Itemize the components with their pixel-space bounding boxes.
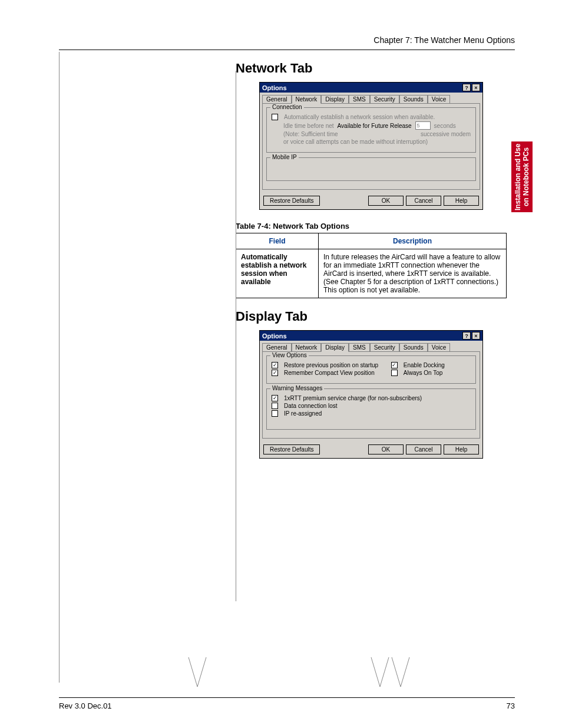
checkbox-restore-position[interactable]: ✓ <box>272 362 278 368</box>
tab-sms[interactable]: SMS <box>349 343 370 351</box>
header-rule <box>59 50 515 50</box>
checkbox-enable-docking[interactable]: ✓ <box>391 362 398 368</box>
cancel-button[interactable]: Cancel <box>406 444 441 454</box>
tab-voice[interactable]: Voice <box>428 343 450 351</box>
options-dialog-display: Options ? × General Network Display SMS … <box>259 330 483 459</box>
side-tab-installation: Installation and Use on Notebook PCs <box>511 141 533 212</box>
help-button[interactable]: Help <box>444 444 479 454</box>
table-header-description: Description <box>319 233 507 249</box>
checkbox-always-on-top[interactable] <box>391 370 398 376</box>
group-label-view-options: View Options <box>270 352 309 358</box>
footer-page-number: 73 <box>507 701 515 710</box>
label-always-on-top: Always On Top <box>404 370 443 376</box>
table-cell-description: In future releases the AirCard will have… <box>319 249 507 298</box>
tab-display[interactable]: Display <box>321 343 349 352</box>
tab-security[interactable]: Security <box>370 95 399 103</box>
binding-marks-icon <box>165 657 412 699</box>
heading-display-tab: Display Tab <box>236 309 507 324</box>
footer-revision: Rev 3.0 Dec.01 <box>59 701 112 710</box>
group-connection: Connection Automatically establish a net… <box>266 107 476 153</box>
options-dialog-network: Options ? × General Network Display SMS … <box>259 82 483 210</box>
restore-defaults-button[interactable]: Restore Defaults <box>263 444 320 454</box>
label-auto-establish: Automatically establish a network sessio… <box>284 114 435 120</box>
tab-sounds[interactable]: Sounds <box>399 343 428 351</box>
help-icon[interactable]: ? <box>462 332 471 340</box>
network-tab-options-table: Field Description Automatically establis… <box>236 233 507 298</box>
close-icon[interactable]: × <box>472 332 480 340</box>
dialog-title: Options <box>262 84 287 91</box>
group-label-warning: Warning Messages <box>270 385 324 391</box>
group-mobile-ip: Mobile IP <box>266 157 476 181</box>
tab-strip: General Network Display SMS Security Sou… <box>260 341 482 351</box>
tab-network[interactable]: Network <box>292 343 322 351</box>
label-data-lost: Data connection lost <box>284 403 338 409</box>
label-ip-reassigned: IP re-assigned <box>284 410 322 417</box>
group-label-mobile-ip: Mobile IP <box>270 154 299 160</box>
checkbox-auto-establish[interactable] <box>272 114 278 120</box>
tab-security[interactable]: Security <box>370 343 399 351</box>
content-margin-rule <box>236 71 236 601</box>
chapter-header: Chapter 7: The Watcher Menu Options <box>59 35 515 45</box>
ok-button[interactable]: OK <box>368 196 404 206</box>
group-label-connection: Connection <box>270 104 304 110</box>
table-cell-field: Automatically establish a network sessio… <box>236 249 319 298</box>
select-seconds[interactable]: 5 <box>415 121 431 130</box>
close-icon[interactable]: × <box>472 84 480 91</box>
checkbox-data-lost[interactable] <box>272 403 278 409</box>
label-note1: (Note: Sufficient time <box>283 131 338 137</box>
help-icon[interactable]: ? <box>462 84 471 91</box>
group-warning-messages: Warning Messages ✓ 1xRTT premium service… <box>266 388 476 430</box>
tab-sms[interactable]: SMS <box>349 95 370 103</box>
label-enable-docking: Enable Docking <box>404 362 445 368</box>
help-button[interactable]: Help <box>444 196 479 206</box>
label-future-release: Available for Future Release <box>338 123 412 129</box>
label-1xrtt-charge: 1xRTT premium service charge (for non-su… <box>284 395 422 401</box>
table-caption: Table 7-4: Network Tab Options <box>236 222 507 230</box>
label-restore-position: Restore previous position on startup <box>284 362 378 368</box>
label-seconds: seconds <box>434 123 456 129</box>
tab-sounds[interactable]: Sounds <box>399 95 428 103</box>
label-note1b: successive modem <box>421 131 471 137</box>
tab-display[interactable]: Display <box>321 95 349 103</box>
tab-general[interactable]: General <box>262 343 292 351</box>
label-note2: or voice call attempts can be made witho… <box>283 139 428 145</box>
dialog-title: Options <box>262 332 287 340</box>
checkbox-remember-compact[interactable]: ✓ <box>272 370 278 376</box>
cancel-button[interactable]: Cancel <box>406 196 441 206</box>
restore-defaults-button[interactable]: Restore Defaults <box>263 196 320 206</box>
label-idle-time: Idle time before net <box>283 123 334 129</box>
tab-network[interactable]: Network <box>292 95 322 104</box>
label-remember-compact: Remember Compact View position <box>284 370 375 376</box>
tab-general[interactable]: General <box>262 95 292 103</box>
group-view-options: View Options ✓ Restore previous position… <box>266 355 476 384</box>
tab-voice[interactable]: Voice <box>428 95 450 103</box>
heading-network-tab: Network Tab <box>236 61 507 76</box>
ok-button[interactable]: OK <box>368 444 404 454</box>
table-header-field: Field <box>236 233 319 249</box>
checkbox-1xrtt-charge[interactable]: ✓ <box>272 395 278 401</box>
checkbox-ip-reassigned[interactable] <box>272 410 278 417</box>
left-margin-rule <box>59 52 59 683</box>
tab-strip: General Network Display SMS Security Sou… <box>260 93 482 103</box>
